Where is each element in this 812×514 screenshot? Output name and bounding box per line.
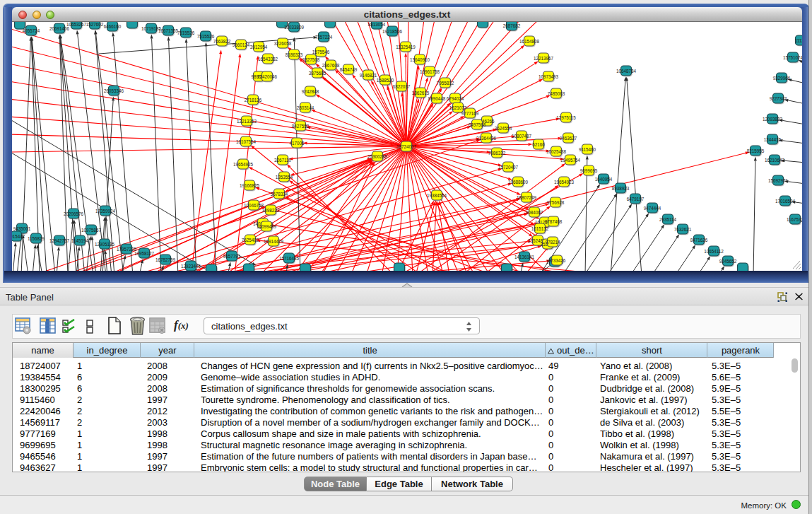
svg-text:11123: 11123 bbox=[795, 38, 802, 43]
svg-text:3498222: 3498222 bbox=[262, 208, 280, 213]
svg-text:10654112: 10654112 bbox=[704, 249, 724, 254]
svg-text:978214: 978214 bbox=[545, 240, 560, 245]
svg-text:16914479: 16914479 bbox=[264, 239, 284, 244]
svg-text:1615132: 1615132 bbox=[531, 226, 549, 231]
svg-text:7663822: 7663822 bbox=[213, 39, 231, 44]
svg-text:8186323: 8186323 bbox=[286, 52, 303, 57]
svg-text:12905135: 12905135 bbox=[95, 242, 115, 247]
svg-text:2867608: 2867608 bbox=[322, 63, 340, 68]
svg-text:1621072: 1621072 bbox=[449, 105, 467, 110]
svg-text:9084067: 9084067 bbox=[526, 210, 543, 215]
svg-text:3912954: 3912954 bbox=[250, 45, 268, 49]
svg-text:22420046: 22420046 bbox=[257, 74, 278, 79]
svg-text:16543382: 16543382 bbox=[258, 57, 278, 62]
svg-text:8454749: 8454749 bbox=[340, 67, 358, 72]
svg-text:15720407: 15720407 bbox=[498, 165, 519, 170]
svg-text:9327508: 9327508 bbox=[302, 57, 320, 62]
svg-text:19654925: 19654925 bbox=[233, 162, 254, 167]
svg-text:7986322: 7986322 bbox=[488, 151, 506, 156]
svg-text:9787468: 9787468 bbox=[545, 219, 563, 224]
svg-text:20691406: 20691406 bbox=[49, 26, 70, 31]
svg-text:12923446: 12923446 bbox=[181, 264, 201, 269]
svg-text:6479197: 6479197 bbox=[627, 197, 645, 201]
svg-text:2803144: 2803144 bbox=[297, 105, 314, 110]
svg-text:10958127: 10958127 bbox=[134, 251, 155, 256]
svg-text:16210643: 16210643 bbox=[765, 158, 785, 163]
svg-text:7515526: 7515526 bbox=[197, 34, 215, 39]
svg-text:7485063: 7485063 bbox=[548, 91, 565, 96]
svg-text:19166825: 19166825 bbox=[240, 183, 260, 188]
svg-text:6497568: 6497568 bbox=[469, 122, 486, 127]
svg-text:1145194: 1145194 bbox=[71, 238, 89, 243]
svg-text:12942757: 12942757 bbox=[49, 238, 70, 243]
svg-text:3226058: 3226058 bbox=[274, 41, 292, 46]
svg-text:2687682: 2687682 bbox=[503, 23, 521, 28]
svg-text:1640954: 1640954 bbox=[595, 177, 613, 182]
svg-text:1588520: 1588520 bbox=[377, 78, 394, 83]
svg-text:12213967: 12213967 bbox=[534, 56, 554, 61]
svg-text:11325419: 11325419 bbox=[396, 45, 416, 49]
svg-text:15692971: 15692971 bbox=[768, 178, 789, 183]
svg-text:15716485: 15716485 bbox=[279, 256, 300, 261]
svg-text:16154808: 16154808 bbox=[519, 39, 540, 44]
svg-text:12093822: 12093822 bbox=[763, 117, 783, 122]
svg-text:1527602: 1527602 bbox=[86, 22, 104, 27]
svg-text:15751074: 15751074 bbox=[783, 55, 802, 60]
svg-text:19384554: 19384554 bbox=[427, 193, 447, 198]
svg-text:7632621: 7632621 bbox=[674, 227, 692, 232]
svg-text:9733426: 9733426 bbox=[548, 258, 566, 263]
svg-text:18807249: 18807249 bbox=[517, 195, 537, 200]
svg-text:417006: 417006 bbox=[289, 141, 305, 146]
svg-text:10033809: 10033809 bbox=[284, 25, 305, 30]
svg-text:9657791: 9657791 bbox=[223, 254, 241, 259]
svg-text:9146821: 9146821 bbox=[360, 73, 377, 78]
svg-text:16671355: 16671355 bbox=[158, 28, 179, 33]
svg-text:10025438: 10025438 bbox=[546, 149, 567, 154]
svg-text:10046758: 10046758 bbox=[244, 203, 264, 208]
svg-text:14099489: 14099489 bbox=[257, 224, 277, 229]
svg-text:7357224: 7357224 bbox=[315, 35, 333, 40]
svg-text:9242848: 9242848 bbox=[302, 89, 319, 94]
svg-text:9227342: 9227342 bbox=[770, 96, 787, 101]
svg-text:18724007: 18724007 bbox=[396, 144, 417, 149]
svg-text:12975115: 12975115 bbox=[556, 115, 576, 120]
svg-text:10973493: 10973493 bbox=[539, 74, 559, 79]
svg-text:16107554: 16107554 bbox=[236, 139, 257, 144]
svg-text:1353554: 1353554 bbox=[276, 175, 293, 180]
svg-text:2718126: 2718126 bbox=[245, 98, 262, 103]
svg-text:3915447: 3915447 bbox=[12, 234, 25, 239]
svg-text:4055724: 4055724 bbox=[23, 28, 40, 33]
svg-text:9463627: 9463627 bbox=[560, 136, 577, 141]
svg-text:3267110: 3267110 bbox=[274, 158, 292, 163]
svg-text:2935114: 2935114 bbox=[659, 217, 677, 222]
svg-text:8427552: 8427552 bbox=[292, 124, 310, 129]
svg-text:16782759: 16782759 bbox=[155, 257, 176, 262]
svg-text:6794024: 6794024 bbox=[447, 96, 464, 101]
svg-text:9115460: 9115460 bbox=[579, 147, 596, 152]
svg-text:3875685: 3875685 bbox=[309, 71, 326, 76]
svg-text:6466160: 6466160 bbox=[104, 24, 122, 29]
svg-text:8990448: 8990448 bbox=[428, 96, 446, 101]
svg-text:1167533: 1167533 bbox=[787, 217, 802, 222]
svg-text:1362615: 1362615 bbox=[412, 90, 430, 95]
svg-text:7625402: 7625402 bbox=[242, 238, 259, 243]
svg-text:1244415: 1244415 bbox=[764, 137, 782, 142]
svg-text:12213363: 12213363 bbox=[237, 119, 257, 124]
svg-text:62160: 62160 bbox=[532, 142, 545, 147]
svg-text:9699695: 9699695 bbox=[580, 168, 598, 173]
svg-text:26053346: 26053346 bbox=[104, 88, 124, 93]
svg-text:21364436: 21364436 bbox=[476, 136, 497, 141]
svg-text:1156829: 1156829 bbox=[28, 236, 45, 241]
svg-text:19495754: 19495754 bbox=[560, 158, 581, 163]
svg-text:9435001: 9435001 bbox=[13, 226, 31, 231]
svg-text:14136141: 14136141 bbox=[514, 255, 535, 259]
svg-text:20206576: 20206576 bbox=[64, 211, 84, 216]
svg-text:9756928: 9756928 bbox=[547, 200, 565, 205]
svg-text:9245652: 9245652 bbox=[719, 259, 737, 264]
svg-text:10688609: 10688609 bbox=[508, 180, 529, 185]
svg-text:9660124: 9660124 bbox=[233, 42, 250, 47]
svg-text:8938923: 8938923 bbox=[612, 186, 630, 191]
svg-text:17359924: 17359924 bbox=[95, 209, 116, 214]
svg-text:10648784: 10648784 bbox=[616, 69, 637, 74]
svg-text:19654923: 19654923 bbox=[554, 180, 575, 185]
